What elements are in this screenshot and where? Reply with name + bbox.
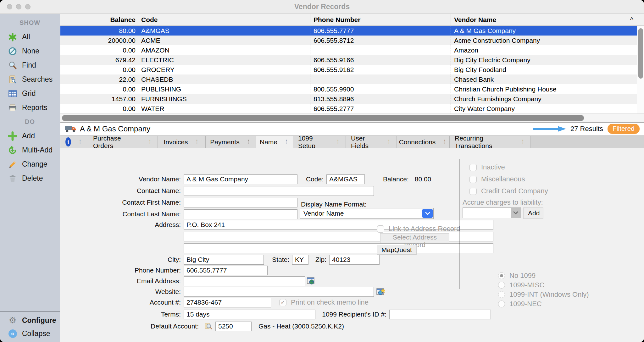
contact-first-name-input[interactable] (184, 198, 297, 207)
tab-menu-icon[interactable]: ⋮ (77, 139, 83, 145)
mapquest-button[interactable]: MapQuest (377, 245, 417, 255)
sidebar-item-delete[interactable]: Delete (0, 171, 60, 185)
tab-user-fields[interactable]: User Fields⋮ (346, 136, 397, 148)
column-header-vendor-name[interactable]: Vendor Name (451, 14, 644, 25)
sidebar-item-searches[interactable]: Searches (0, 72, 60, 86)
table-row[interactable]: 0.00 GROCERY 606.555.9162 Big City Foodl… (60, 65, 644, 74)
no-1099-label: No 1099 (509, 272, 536, 280)
table-row[interactable]: 0.00 AMAZON Amazon (60, 45, 644, 55)
zip-input[interactable] (329, 255, 380, 265)
chevron-down-icon[interactable] (511, 208, 521, 218)
accrue-add-button[interactable]: Add (523, 207, 543, 219)
tab-menu-icon[interactable]: ⋮ (520, 139, 525, 145)
horizontal-scrollbar[interactable] (60, 113, 644, 122)
tab-info[interactable]: i⋮ (60, 136, 88, 148)
no-1099-radio[interactable] (498, 272, 505, 279)
phone-number-input[interactable] (184, 266, 268, 275)
sidebar-item-collapse[interactable]: « Collapse (0, 327, 60, 340)
tab-menu-icon[interactable]: ⋮ (442, 139, 447, 145)
link-address-label: Link to Address Record (389, 225, 460, 233)
accrue-liability-select[interactable] (463, 207, 521, 218)
select-address-record-button[interactable]: Select Address Record (380, 233, 449, 243)
sidebar-item-change[interactable]: Change (0, 157, 60, 171)
print-memo-checkbox[interactable]: ✓ (279, 299, 286, 306)
table-row[interactable]: 20000.00 ACME 606.555.8712 Acme Construc… (60, 36, 644, 45)
account-lookup-icon[interactable] (204, 322, 213, 330)
sidebar-item-reports[interactable]: Reports (0, 101, 60, 115)
table-row[interactable]: 1457.00 FURNISHINGS 813.555.8896 Church … (60, 94, 644, 104)
sidebar-item-add[interactable]: Add (0, 129, 60, 143)
horizontal-scrollbar-thumb[interactable] (62, 115, 584, 121)
contact-name-input[interactable] (184, 186, 374, 196)
send-email-icon[interactable] (307, 277, 315, 285)
credit-card-company-checkbox[interactable] (469, 188, 477, 195)
filtered-badge[interactable]: Filtered (608, 124, 640, 134)
table-row[interactable]: 679.42 ELECTRIC 606.555.9166 Big City El… (60, 55, 644, 65)
vertical-scrollbar[interactable] (637, 26, 644, 113)
website-input[interactable] (184, 287, 374, 297)
state-input[interactable] (292, 255, 308, 265)
miscellaneous-checkbox[interactable] (469, 176, 477, 183)
miscellaneous-label: Miscellaneous (481, 175, 525, 183)
sidebar-item-none[interactable]: None (0, 44, 60, 58)
recipient-id-label: 1099 Recipient's ID #: (318, 311, 389, 318)
terms-input[interactable] (184, 310, 315, 319)
email-address-label: Email Address: (60, 277, 184, 285)
tab-menu-icon[interactable]: ⋮ (284, 139, 289, 145)
table-row[interactable]: 0.00 WATER 606.555.2777 City Water Compa… (60, 104, 644, 113)
sidebar-item-configure[interactable]: ⚙ Configure (0, 314, 60, 327)
state-label: State: (264, 256, 292, 263)
sidebar-item-find[interactable]: Find (0, 58, 60, 72)
1099-nec-label: 1099-NEC (509, 300, 542, 308)
inactive-checkbox[interactable] (469, 164, 477, 171)
open-website-icon[interactable] (376, 288, 385, 296)
sidebar-item-all[interactable]: All (0, 30, 60, 44)
sidebar-do-heading: DO (0, 115, 60, 129)
1099-misc-label: 1099-MISC (509, 281, 544, 289)
vendor-name-input[interactable] (184, 174, 297, 184)
tab-menu-icon[interactable]: ⋮ (335, 139, 341, 145)
tab-payments[interactable]: Payments⋮ (206, 136, 256, 148)
tab-menu-icon[interactable]: ⋮ (147, 139, 153, 145)
account-number-input[interactable] (184, 298, 271, 307)
table-row[interactable]: 22.00 CHASEDB Chased Bank (60, 74, 644, 84)
terms-label: Terms: (60, 311, 184, 318)
tab-menu-icon[interactable]: ⋮ (246, 139, 251, 145)
city-input[interactable] (184, 255, 264, 265)
tab-recurring-transactions[interactable]: Recurring Transactions⋮ (450, 136, 531, 148)
tab-invoices[interactable]: Invoices⋮ (158, 136, 206, 148)
recipient-id-input[interactable] (389, 310, 491, 319)
email-address-input[interactable] (184, 276, 305, 286)
tab-purchase-orders[interactable]: Purchase Orders⋮ (88, 136, 158, 148)
default-account-input[interactable] (215, 322, 252, 331)
vertical-scrollbar-thumb[interactable] (638, 28, 643, 79)
1099-misc-radio[interactable] (498, 282, 505, 289)
tab-1099-setup[interactable]: 1099 Setup⋮ (293, 136, 346, 148)
address-line3-input[interactable] (184, 243, 493, 253)
tab-name[interactable]: Name⋮ (256, 136, 293, 148)
sidebar-item-grid[interactable]: Grid (0, 86, 60, 101)
column-header-phone[interactable]: Phone Number (310, 14, 451, 25)
1099-nec-radio[interactable] (498, 301, 505, 307)
info-icon: i (65, 137, 71, 146)
code-input[interactable] (326, 174, 365, 184)
contact-last-name-label: Contact Last Name: (60, 210, 184, 218)
tab-bar-filler (531, 136, 644, 148)
display-name-format-select[interactable]: Vendor Name (300, 208, 434, 219)
contact-last-name-input[interactable] (184, 209, 297, 219)
table-row[interactable]: 80.00 A&MGAS 606.555.7777 A & M Gas Comp… (60, 26, 644, 36)
link-address-checkbox[interactable] (377, 225, 384, 233)
sidebar-item-multi-add[interactable]: Multi-Add (0, 143, 60, 157)
chevron-down-icon[interactable] (422, 209, 433, 218)
truck-icon (65, 125, 77, 133)
tab-menu-icon[interactable]: ⋮ (194, 139, 200, 145)
tab-bar: i⋮ Purchase Orders⋮ Invoices⋮ Payments⋮ … (60, 136, 644, 148)
1099-int-radio[interactable] (498, 291, 505, 298)
tab-connections[interactable]: Connections⋮ (397, 136, 450, 148)
column-header-code[interactable]: Code (138, 14, 310, 25)
default-account-label: Default Account: (60, 323, 202, 330)
sort-ascending-icon[interactable]: ^ (630, 14, 633, 26)
tab-menu-icon[interactable]: ⋮ (386, 139, 391, 145)
column-header-balance[interactable]: Balance (60, 14, 138, 25)
table-row[interactable]: 0.00 PUBLISHING 800.555.9900 Christian C… (60, 84, 644, 94)
